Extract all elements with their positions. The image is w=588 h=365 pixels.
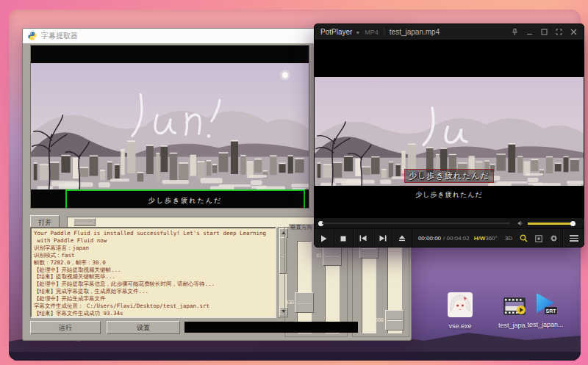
control-bar: 00:00:00 / 00:04:02 H/W 360° 3D: [315, 228, 584, 247]
time-total: / 00:04:02: [443, 235, 470, 242]
settings-gear-icon[interactable]: [550, 232, 558, 245]
speaker-icon[interactable]: [517, 220, 523, 226]
slider-track[interactable]: [297, 241, 312, 333]
chevron-down-icon[interactable]: ▼: [355, 30, 360, 35]
seek-bar[interactable]: [315, 218, 584, 228]
console-line: 帧数：7282.0，帧率：30.0: [34, 259, 273, 267]
fullscreen-icon[interactable]: [555, 28, 563, 36]
scene-search-icon[interactable]: [520, 232, 528, 245]
console-line: 识别模式：fast: [34, 252, 273, 259]
srt-file-icon: SRT: [525, 292, 566, 319]
volume-slider[interactable]: [528, 223, 573, 225]
previous-button[interactable]: [354, 229, 373, 247]
minimize-icon[interactable]: [526, 28, 534, 36]
vse-exe-icon: [440, 292, 481, 320]
window-title: 字幕提取器: [41, 31, 78, 41]
settings-button[interactable]: 设置: [107, 321, 180, 334]
format-badge: MP4: [365, 29, 379, 36]
hw-decoder-badge: H/W: [474, 235, 486, 242]
slider-value: 81: [310, 253, 322, 258]
vr-360-icon[interactable]: 360°: [485, 235, 498, 242]
control-panel-icon[interactable]: [535, 232, 542, 245]
console-line: 字幕文件生成位置： C:/Users/Flavi/Desktop/test_ja…: [34, 303, 273, 310]
desktop-icon-vse-exe[interactable]: vse.exe: [440, 292, 481, 330]
group-label: 垂直方向: [289, 224, 314, 231]
volume-handle[interactable]: [570, 221, 576, 226]
divider: [384, 28, 384, 36]
stop-button[interactable]: [334, 229, 354, 247]
open-media-button[interactable]: [392, 229, 412, 247]
menu-hamburger-icon[interactable]: [562, 229, 584, 247]
progress-bar: [184, 322, 358, 333]
3d-icon[interactable]: 3D: [505, 235, 512, 242]
console-log[interactable]: Your Paddle Fluid is installed successfu…: [30, 227, 276, 318]
desktop-icon-label: vse.exe: [440, 322, 481, 330]
potplayer-window: PotPlayer ▼ MP4 test_japan.mp4: [314, 24, 584, 247]
seek-track[interactable]: [322, 223, 510, 224]
next-button[interactable]: [373, 229, 393, 247]
subtitle-region-box[interactable]: 少し歩き疲れたんだ: [65, 189, 305, 209]
extractor-video-scene: [31, 63, 309, 189]
console-line: 【结束】完成字幕提取，生成原始字幕文件...: [34, 288, 273, 295]
console-line: 【处理中】开始提取视频关键帧...: [34, 267, 273, 274]
burned-subtitle: 少し歩き疲れたんだ: [315, 168, 584, 183]
console-line: 【结束】提取视频关键帧完毕...: [34, 273, 273, 281]
run-button[interactable]: 运行: [30, 321, 101, 334]
close-icon[interactable]: [570, 28, 578, 36]
console-line: Your Paddle Fluid is installed successfu…: [34, 230, 273, 237]
slider-handle[interactable]: [295, 292, 314, 313]
srt-subtitle: 少し歩き疲れたんだ: [315, 190, 584, 200]
slider-handle[interactable]: [385, 310, 404, 330]
console-line: 【结束】字幕文件生成成功 93.34s: [34, 310, 273, 317]
desktop-icon-label: test_japan...: [525, 321, 566, 328]
console-line: 【处理中】开始生成字幕文件: [34, 295, 273, 303]
time-current: 00:00:00: [418, 235, 441, 242]
desktop-icon-test-japan-srt[interactable]: SRT test_japan...: [525, 292, 566, 328]
slider-value: 630: [282, 300, 294, 305]
time-display: 00:00:00 / 00:04:02 H/W: [418, 229, 485, 247]
file-name: test_japan.mp4: [390, 28, 440, 36]
console-line: 识别字幕语言：japan: [34, 245, 273, 252]
app-name: PotPlayer: [320, 28, 352, 36]
console-line: with Paddle Fluid now: [34, 237, 273, 245]
potplayer-title-bar[interactable]: PotPlayer ▼ MP4 test_japan.mp4: [315, 24, 584, 40]
video-position-slider[interactable]: [67, 217, 324, 228]
play-button[interactable]: [315, 229, 334, 247]
slider-handle[interactable]: [323, 245, 342, 266]
console-line: 【处理中】开始提取字幕信息，此步骤可能花费较长时间，请耐心等待...: [34, 281, 273, 288]
python-app-icon: [28, 32, 37, 40]
maximize-icon[interactable]: [540, 28, 548, 36]
pin-icon[interactable]: [511, 28, 519, 36]
potplayer-video-area[interactable]: 少し歩き疲れたんだ 少し歩き疲れたんだ: [315, 40, 584, 218]
slider-value: 1056: [366, 317, 384, 322]
detected-subtitle-text: 少し歩き疲れたんだ: [148, 196, 222, 206]
srt-badge: SRT: [546, 308, 557, 314]
outer-frame: vse.exe test_japa...: [0, 0, 588, 365]
extractor-video-preview: 少し歩き疲れたんだ: [30, 45, 309, 209]
video-position-handle[interactable]: [74, 218, 96, 226]
